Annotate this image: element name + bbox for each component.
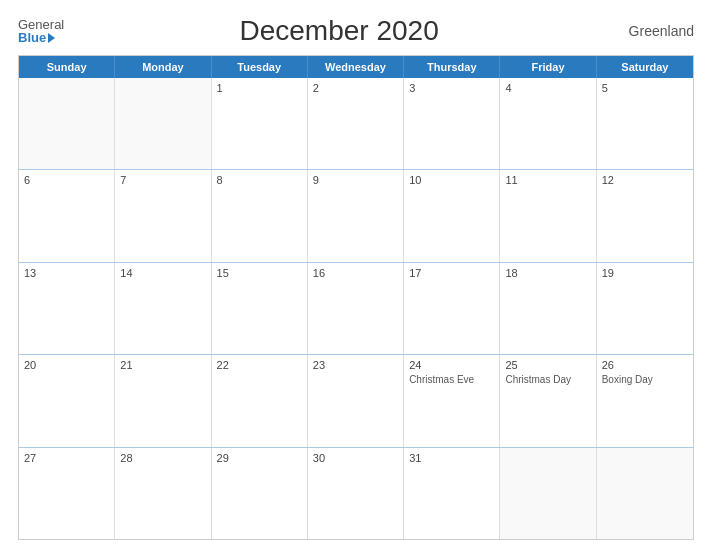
day-number: 25	[505, 359, 590, 371]
day-number: 2	[313, 82, 398, 94]
cal-header-wednesday: Wednesday	[308, 56, 404, 78]
day-number: 3	[409, 82, 494, 94]
day-number: 31	[409, 452, 494, 464]
day-number: 10	[409, 174, 494, 186]
day-number: 14	[120, 267, 205, 279]
cal-cell: 8	[212, 170, 308, 261]
day-number: 29	[217, 452, 302, 464]
day-number: 23	[313, 359, 398, 371]
cal-header-thursday: Thursday	[404, 56, 500, 78]
cal-cell: 11	[500, 170, 596, 261]
cal-cell: 30	[308, 448, 404, 539]
day-number: 16	[313, 267, 398, 279]
cal-cell	[115, 78, 211, 169]
day-event: Christmas Eve	[409, 373, 494, 386]
day-event: Christmas Day	[505, 373, 590, 386]
day-number: 22	[217, 359, 302, 371]
cal-cell: 1	[212, 78, 308, 169]
cal-header-monday: Monday	[115, 56, 211, 78]
header: General Blue December 2020 Greenland	[18, 15, 694, 47]
region-label: Greenland	[614, 23, 694, 39]
cal-cell: 26Boxing Day	[597, 355, 693, 446]
cal-cell: 5	[597, 78, 693, 169]
cal-cell: 14	[115, 263, 211, 354]
day-number: 27	[24, 452, 109, 464]
cal-cell: 28	[115, 448, 211, 539]
calendar-body: 123456789101112131415161718192021222324C…	[19, 78, 693, 539]
day-number: 28	[120, 452, 205, 464]
day-number: 5	[602, 82, 688, 94]
day-number: 21	[120, 359, 205, 371]
cal-cell: 25Christmas Day	[500, 355, 596, 446]
cal-cell: 16	[308, 263, 404, 354]
cal-week-4: 2021222324Christmas Eve25Christmas Day26…	[19, 355, 693, 447]
cal-cell: 3	[404, 78, 500, 169]
cal-cell: 19	[597, 263, 693, 354]
cal-week-5: 2728293031	[19, 448, 693, 539]
cal-cell: 10	[404, 170, 500, 261]
day-number: 8	[217, 174, 302, 186]
cal-cell: 15	[212, 263, 308, 354]
day-number: 12	[602, 174, 688, 186]
cal-cell: 13	[19, 263, 115, 354]
cal-header-friday: Friday	[500, 56, 596, 78]
cal-week-2: 6789101112	[19, 170, 693, 262]
day-number: 30	[313, 452, 398, 464]
cal-week-1: 12345	[19, 78, 693, 170]
cal-cell: 4	[500, 78, 596, 169]
day-number: 1	[217, 82, 302, 94]
cal-cell: 27	[19, 448, 115, 539]
day-number: 20	[24, 359, 109, 371]
day-number: 4	[505, 82, 590, 94]
cal-cell: 21	[115, 355, 211, 446]
cal-cell: 17	[404, 263, 500, 354]
day-number: 17	[409, 267, 494, 279]
cal-cell: 29	[212, 448, 308, 539]
cal-header-sunday: Sunday	[19, 56, 115, 78]
day-number: 13	[24, 267, 109, 279]
cal-cell: 9	[308, 170, 404, 261]
cal-cell: 7	[115, 170, 211, 261]
cal-cell: 31	[404, 448, 500, 539]
day-number: 19	[602, 267, 688, 279]
cal-cell: 2	[308, 78, 404, 169]
cal-cell: 12	[597, 170, 693, 261]
cal-cell: 24Christmas Eve	[404, 355, 500, 446]
day-number: 6	[24, 174, 109, 186]
day-number: 26	[602, 359, 688, 371]
day-number: 9	[313, 174, 398, 186]
cal-cell: 23	[308, 355, 404, 446]
day-number: 7	[120, 174, 205, 186]
cal-cell: 6	[19, 170, 115, 261]
cal-cell	[597, 448, 693, 539]
cal-header-saturday: Saturday	[597, 56, 693, 78]
calendar-title: December 2020	[64, 15, 614, 47]
logo-blue-text: Blue	[18, 31, 64, 44]
cal-header-tuesday: Tuesday	[212, 56, 308, 78]
logo: General Blue	[18, 18, 64, 44]
day-number: 11	[505, 174, 590, 186]
cal-cell: 20	[19, 355, 115, 446]
cal-week-3: 13141516171819	[19, 263, 693, 355]
logo-triangle-icon	[48, 33, 55, 43]
cal-cell	[19, 78, 115, 169]
cal-cell: 22	[212, 355, 308, 446]
cal-cell: 18	[500, 263, 596, 354]
calendar-header-row: SundayMondayTuesdayWednesdayThursdayFrid…	[19, 56, 693, 78]
day-number: 15	[217, 267, 302, 279]
calendar-grid: SundayMondayTuesdayWednesdayThursdayFrid…	[18, 55, 694, 540]
day-number: 18	[505, 267, 590, 279]
day-number: 24	[409, 359, 494, 371]
cal-cell	[500, 448, 596, 539]
calendar-page: General Blue December 2020 Greenland Sun…	[0, 0, 712, 550]
day-event: Boxing Day	[602, 373, 688, 386]
